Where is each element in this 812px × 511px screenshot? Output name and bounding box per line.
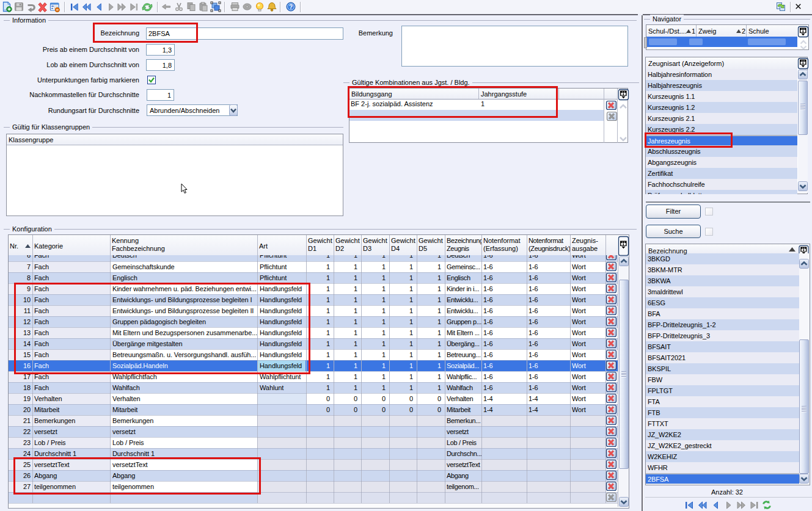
svg-text:?: ? bbox=[289, 4, 293, 10]
